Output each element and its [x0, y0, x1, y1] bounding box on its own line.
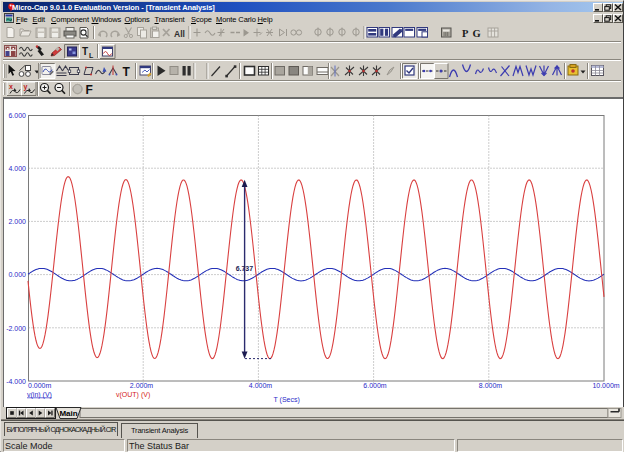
svg-text:T (Secs): T (Secs): [274, 396, 300, 404]
svg-text:10.000m: 10.000m: [592, 382, 619, 389]
svg-text:4.000m: 4.000m: [249, 382, 273, 389]
svg-text:G: G: [473, 28, 481, 39]
svg-text:F: F: [86, 83, 93, 97]
svg-text:-4.000: -4.000: [6, 378, 26, 385]
svg-text:0.000: 0.000: [8, 271, 26, 278]
svg-text:4.000: 4.000: [8, 165, 26, 172]
svg-text:v(in) (V): v(in) (V): [27, 391, 52, 399]
svg-text:6.000m: 6.000m: [363, 382, 387, 389]
svg-text:T: T: [123, 65, 131, 79]
svg-text:8.000m: 8.000m: [479, 382, 503, 389]
svg-text:v(OUT) (V): v(OUT) (V): [116, 391, 150, 399]
svg-text:P: P: [462, 28, 469, 39]
svg-text:y: y: [24, 83, 28, 91]
svg-text:T: T: [82, 46, 88, 57]
svg-text:All: All: [174, 29, 185, 39]
svg-text:x: x: [9, 83, 13, 90]
svg-text:Main: Main: [59, 409, 77, 418]
svg-text:2.000: 2.000: [8, 218, 26, 225]
svg-text:6.737: 6.737: [236, 265, 254, 272]
svg-text:0.000m: 0.000m: [28, 382, 52, 389]
svg-text:L: L: [89, 52, 94, 59]
svg-text:6.000: 6.000: [8, 112, 26, 119]
svg-text:2.000m: 2.000m: [130, 382, 154, 389]
svg-text:-2.000: -2.000: [6, 325, 26, 332]
